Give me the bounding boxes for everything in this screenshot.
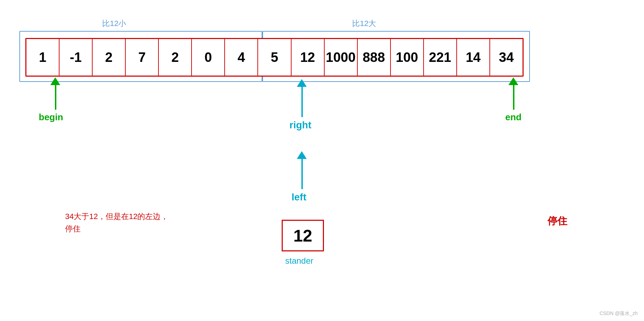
cell-1: -1 [60, 39, 93, 76]
note-right: 停住 [548, 214, 567, 228]
label-left: left [292, 192, 306, 203]
label-greater-than: 比12大 [352, 18, 376, 29]
begin-arrowhead [50, 77, 60, 85]
cell-3: 7 [126, 39, 159, 76]
cell-11: 100 [391, 39, 424, 76]
label-stander: stander [285, 256, 313, 266]
label-end: end [505, 112, 521, 123]
cell-10: 888 [358, 39, 391, 76]
cell-7: 5 [258, 39, 291, 76]
right-arrow-shaft [301, 86, 303, 117]
cell-13: 14 [457, 39, 490, 76]
note-left-line1: 34大于12，但是在12的左边， [65, 210, 168, 223]
label-less-than: 比12小 [102, 18, 126, 29]
right-arrowhead [297, 79, 307, 87]
cell-5: 0 [192, 39, 225, 76]
left-arrowhead [297, 151, 307, 159]
canvas: 比12小 比12大 1 -1 2 7 2 0 4 5 12 1000 888 1… [0, 0, 644, 321]
watermark: CSDN @落水_zh [600, 310, 638, 317]
cell-9: 1000 [325, 39, 358, 76]
stander-value: 12 [293, 226, 312, 245]
note-left-line2: 停住 [65, 223, 168, 235]
label-right: right [289, 120, 311, 131]
array-container: 1 -1 2 7 2 0 4 5 12 1000 888 100 221 14 … [25, 38, 524, 77]
note-left: 34大于12，但是在12的左边， 停住 [65, 210, 168, 235]
begin-arrow-shaft [55, 84, 56, 110]
left-arrow-shaft [301, 158, 303, 189]
end-arrow-shaft [513, 84, 514, 110]
cell-6: 4 [225, 39, 258, 76]
cell-8-pivot: 12 [292, 39, 325, 76]
cell-14: 34 [490, 39, 523, 76]
label-begin: begin [39, 112, 63, 123]
cell-12: 221 [424, 39, 457, 76]
end-arrowhead [508, 77, 518, 85]
cell-4: 2 [159, 39, 192, 76]
cell-0: 1 [26, 39, 60, 76]
stander-box: 12 [282, 220, 324, 251]
cell-2: 2 [93, 39, 126, 76]
